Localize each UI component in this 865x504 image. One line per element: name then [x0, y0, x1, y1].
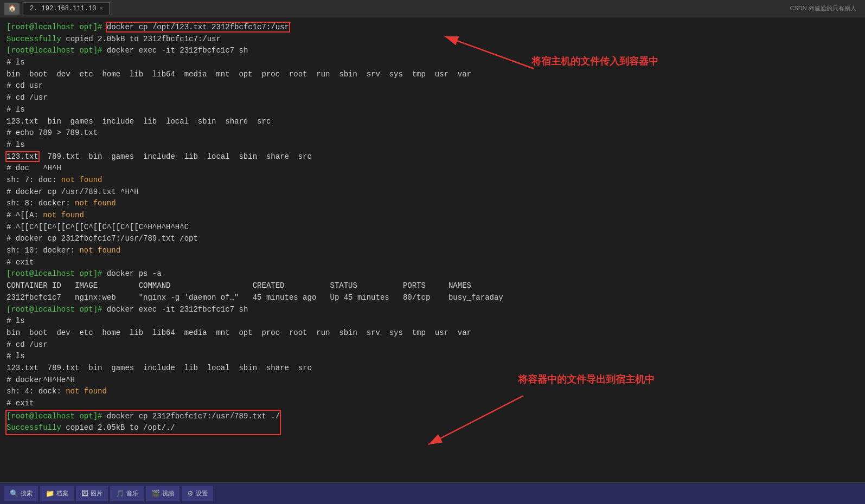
terminal-tab[interactable]: 2. 192.168.111.10 × [23, 2, 110, 15]
terminal-line-6: # cd usr [7, 80, 858, 92]
terminal-line-31: # docker^H^He^H [7, 374, 858, 386]
terminal-line-29: # ls [7, 351, 858, 363]
terminal-line-35: Successfully copied 2.05kB to /opt/./ [7, 422, 280, 434]
terminal-line-30: 123.txt 789.txt bin games include lib lo… [7, 363, 858, 374]
terminal-output: [root@localhost opt]# docker cp /opt/123… [0, 17, 865, 482]
terminal-line-13: # doc ^H^H [7, 163, 858, 175]
taskbar-music-btn[interactable]: 🎵 音乐 [110, 486, 144, 501]
taskbar: 🔍 搜索 📁 档案 🖼 图片 🎵 音乐 🎬 视频 ⚙ 设置 [0, 482, 865, 504]
terminal-line-11: # ls [7, 139, 858, 151]
taskbar-video-btn[interactable]: 🎬 视频 [146, 486, 180, 501]
terminal-line-26: # ls [7, 315, 858, 327]
terminal-line-18: # ^[[C^[[C^[[C^[[C^[[C^[[C^[[C^H^H^H^H^C [7, 222, 858, 234]
ps-header-line: CONTAINER ID IMAGE COMMAND CREATED STATU… [7, 280, 858, 292]
terminal-line-1: [root@localhost opt]# docker cp /opt/123… [7, 22, 858, 34]
terminal-line-21: # exit [7, 257, 858, 269]
terminal-line-15: # docker cp /usr/789.txt ^H^H [7, 186, 858, 198]
terminal-line-3: [root@localhost opt]# docker exec -it 23… [7, 45, 858, 57]
terminal-line-33: # exit [7, 398, 858, 410]
taskbar-images-btn[interactable]: 🖼 图片 [76, 486, 108, 501]
terminal-line-16: sh: 8: docker: not found [7, 198, 858, 210]
terminal-line-27: bin boot dev etc home lib lib64 media mn… [7, 327, 858, 339]
terminal-line-10: # echo 789 > 789.txt [7, 127, 858, 139]
tab-close-icon[interactable]: × [99, 6, 102, 12]
terminal-line-8: # ls [7, 104, 858, 116]
file-123txt-highlight: 123.txt [7, 152, 39, 161]
titlebar: 🏠 2. 192.168.111.10 × CSDN @尴尬的只有别人 [0, 0, 865, 17]
csdn-watermark: CSDN @尴尬的只有别人 [790, 4, 856, 12]
terminal-line-28: # cd /usr [7, 339, 858, 351]
taskbar-search-btn[interactable]: 🔍 搜索 [4, 486, 38, 501]
terminal-line-12: 123.txt 789.txt bin games include lib lo… [7, 151, 858, 163]
bottom-cmd-box: [root@localhost opt]# docker cp 2312fbcf… [7, 411, 280, 434]
prompt: [root@localhost opt]# [7, 23, 107, 31]
terminal-line-9: 123.txt bin games include lib local sbin… [7, 116, 858, 128]
success-text: Successfully [7, 35, 61, 43]
terminal-line-14: sh: 7: doc: not found [7, 175, 858, 186]
terminal-line-2: Successfully copied 2.05kB to 2312fbcfc1… [7, 34, 858, 46]
terminal-line-20: sh: 10: docker: not found [7, 245, 858, 257]
terminal-line-32: sh: 4: dock: not found [7, 386, 858, 398]
docker-cp-command-box: docker cp /opt/123.txt 2312fbcfc1c7:/usr [107, 23, 289, 31]
terminal-line-17: # ^[[A: not found [7, 210, 858, 222]
terminal-line-34: [root@localhost opt]# docker cp 2312fbcf… [7, 411, 280, 423]
home-icon[interactable]: 🏠 [4, 3, 20, 15]
taskbar-settings-btn[interactable]: ⚙ 设置 [182, 486, 213, 501]
terminal-line-7: # cd /usr [7, 92, 858, 104]
terminal-line-5: bin boot dev etc home lib lib64 media mn… [7, 69, 858, 81]
tab-label: 2. 192.168.111.10 [30, 5, 96, 12]
terminal-line-25: [root@localhost opt]# docker exec -it 23… [7, 304, 858, 316]
ps-row-line: 2312fbcfc1c7 nginx:web "nginx -g 'daemon… [7, 292, 858, 304]
terminal-line-4: # ls [7, 57, 858, 69]
terminal-line-22: [root@localhost opt]# docker ps -a [7, 268, 858, 280]
taskbar-files-btn[interactable]: 📁 档案 [40, 486, 74, 501]
terminal-line-19: # docker cp 2312fbcfc1c7:/usr/789.txt /o… [7, 233, 858, 245]
